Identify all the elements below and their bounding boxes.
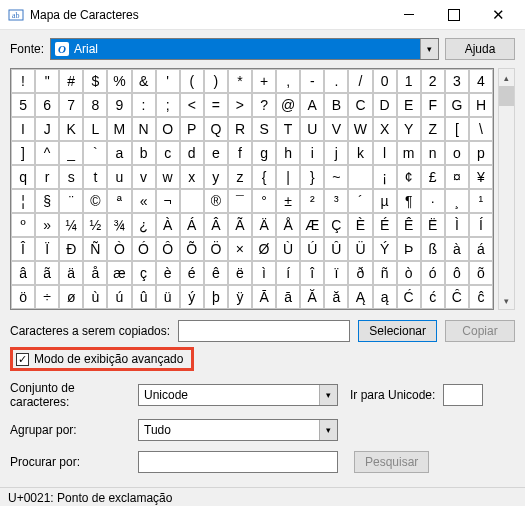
character-cell[interactable]: y	[204, 165, 228, 189]
character-cell[interactable]: ¸	[445, 189, 469, 213]
character-cell[interactable]: ð	[348, 261, 372, 285]
character-cell[interactable]: è	[156, 261, 180, 285]
character-cell[interactable]: Û	[324, 237, 348, 261]
character-cell[interactable]: õ	[469, 261, 493, 285]
character-cell[interactable]: ó	[421, 261, 445, 285]
character-cell[interactable]: :	[132, 93, 156, 117]
character-cell[interactable]: w	[156, 165, 180, 189]
character-cell[interactable]: [	[445, 117, 469, 141]
character-cell[interactable]: ç	[132, 261, 156, 285]
scroll-up-icon[interactable]: ▴	[499, 69, 514, 86]
advanced-view-checkbox[interactable]: ✓ Modo de exibição avançado	[10, 347, 194, 371]
character-cell[interactable]: 9	[107, 93, 131, 117]
character-cell[interactable]: ą	[373, 285, 397, 309]
character-cell[interactable]: í	[276, 261, 300, 285]
character-cell[interactable]: >	[228, 93, 252, 117]
help-button[interactable]: Ajuda	[445, 38, 515, 60]
character-cell[interactable]: m	[397, 141, 421, 165]
character-cell[interactable]: ²	[300, 189, 324, 213]
character-cell[interactable]: î	[300, 261, 324, 285]
character-cell[interactable]: 4	[469, 69, 493, 93]
character-cell[interactable]: v	[132, 165, 156, 189]
character-cell[interactable]: <	[180, 93, 204, 117]
character-cell[interactable]: @	[276, 93, 300, 117]
character-cell[interactable]: ?	[252, 93, 276, 117]
character-cell[interactable]: ß	[421, 237, 445, 261]
character-cell[interactable]: o	[445, 141, 469, 165]
character-cell[interactable]: Ã	[228, 213, 252, 237]
character-cell[interactable]: 3	[445, 69, 469, 93]
character-cell[interactable]: O	[156, 117, 180, 141]
character-cell[interactable]: N	[132, 117, 156, 141]
character-cell[interactable]: »	[35, 213, 59, 237]
character-cell[interactable]: i	[300, 141, 324, 165]
character-cell[interactable]: À	[156, 213, 180, 237]
character-cell[interactable]: f	[228, 141, 252, 165]
character-cell[interactable]: ü	[156, 285, 180, 309]
character-cell[interactable]: |	[276, 165, 300, 189]
character-cell[interactable]: Å	[276, 213, 300, 237]
character-cell[interactable]: Ï	[35, 237, 59, 261]
character-cell[interactable]: g	[252, 141, 276, 165]
character-cell[interactable]: ¯	[228, 189, 252, 213]
character-cell[interactable]: ª	[107, 189, 131, 213]
search-button[interactable]: Pesquisar	[354, 451, 429, 473]
character-cell[interactable]: n	[421, 141, 445, 165]
character-cell[interactable]: _	[59, 141, 83, 165]
character-cell[interactable]: Ë	[421, 213, 445, 237]
character-cell[interactable]: Ò	[107, 237, 131, 261]
character-cell[interactable]: û	[132, 285, 156, 309]
font-select[interactable]: O Arial ▾	[50, 38, 439, 60]
character-cell[interactable]: V	[324, 117, 348, 141]
character-cell[interactable]: Ý	[373, 237, 397, 261]
character-cell[interactable]: F	[421, 93, 445, 117]
character-cell[interactable]: æ	[107, 261, 131, 285]
character-cell[interactable]: É	[373, 213, 397, 237]
charset-select[interactable]: Unicode ▾	[138, 384, 338, 406]
character-cell[interactable]: W	[348, 117, 372, 141]
copy-button[interactable]: Copiar	[445, 320, 515, 342]
character-cell[interactable]: ¡	[373, 165, 397, 189]
character-cell[interactable]: I	[11, 117, 35, 141]
character-cell[interactable]: S	[252, 117, 276, 141]
character-cell[interactable]: ÿ	[228, 285, 252, 309]
character-cell[interactable]: ā	[276, 285, 300, 309]
character-cell[interactable]: X	[373, 117, 397, 141]
character-cell[interactable]: ]	[11, 141, 35, 165]
character-cell[interactable]: Ĉ	[445, 285, 469, 309]
goto-unicode-input[interactable]	[443, 384, 483, 406]
character-cell[interactable]: Ø	[252, 237, 276, 261]
character-cell[interactable]: ñ	[373, 261, 397, 285]
scroll-thumb[interactable]	[499, 86, 514, 106]
character-cell[interactable]: Ä	[252, 213, 276, 237]
character-cell[interactable]: ô	[445, 261, 469, 285]
character-cell[interactable]: ;	[156, 93, 180, 117]
character-cell[interactable]: &	[132, 69, 156, 93]
character-cell[interactable]: é	[180, 261, 204, 285]
character-cell[interactable]: c	[156, 141, 180, 165]
character-cell[interactable]: ĉ	[469, 285, 493, 309]
character-cell[interactable]: §	[35, 189, 59, 213]
character-cell[interactable]: G	[445, 93, 469, 117]
character-cell[interactable]: (	[180, 69, 204, 93]
character-cell[interactable]: Ā	[252, 285, 276, 309]
character-cell[interactable]: a	[107, 141, 131, 165]
character-cell[interactable]: á	[469, 237, 493, 261]
character-cell[interactable]: ă	[324, 285, 348, 309]
character-cell[interactable]: L	[83, 117, 107, 141]
character-cell[interactable]: ¥	[469, 165, 493, 189]
character-cell[interactable]: /	[348, 69, 372, 93]
character-cell[interactable]: $	[83, 69, 107, 93]
character-cell[interactable]: ÷	[35, 285, 59, 309]
character-cell[interactable]: £	[421, 165, 445, 189]
character-cell[interactable]: ·	[421, 189, 445, 213]
grid-scrollbar[interactable]: ▴ ▾	[498, 68, 515, 310]
character-cell[interactable]: \	[469, 117, 493, 141]
character-cell[interactable]: ^	[35, 141, 59, 165]
character-cell[interactable]: T	[276, 117, 300, 141]
character-cell[interactable]: ú	[107, 285, 131, 309]
character-cell[interactable]: ×	[228, 237, 252, 261]
character-cell[interactable]: Ñ	[83, 237, 107, 261]
character-cell[interactable]: 2	[421, 69, 445, 93]
character-cell[interactable]: ć	[421, 285, 445, 309]
